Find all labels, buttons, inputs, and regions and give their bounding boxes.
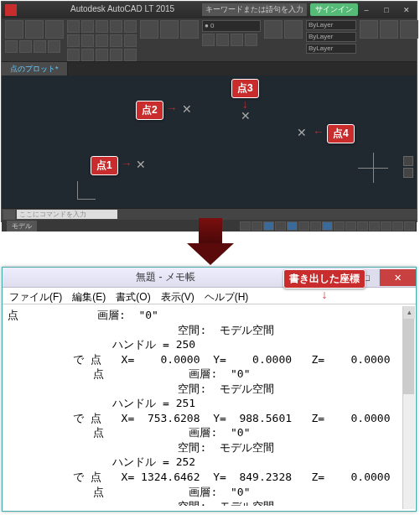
nav-btn[interactable] [403,168,413,178]
ribbon-btn[interactable] [81,34,94,47]
notepad-title: 無題 - メモ帳 [3,270,329,284]
ribbon-btn[interactable] [400,20,418,39]
ribbon-btn[interactable] [19,40,32,53]
close-button[interactable]: ✕ [397,3,417,18]
status-toggle[interactable] [334,221,345,231]
maximize-button[interactable]: □ [376,3,397,18]
search-hint[interactable]: キーワードまたは語句を入力 [202,3,307,16]
model-tab[interactable]: モデル [7,221,37,231]
ribbon-btn[interactable] [25,20,44,39]
callout-point4: 点4 [327,124,355,143]
acad-logo-icon [5,4,17,16]
ucs-icon [77,174,102,200]
point-marker-1 [136,158,146,171]
ribbon-btn[interactable] [284,20,303,39]
ribbon-btn[interactable] [5,20,23,39]
point-marker-3 [241,109,251,122]
lweight-bylayer[interactable]: ByLayer [306,44,356,54]
menu-view[interactable]: 表示(V) [161,290,194,301]
file-tab[interactable]: 点のプロット* [2,62,68,75]
color-bylayer[interactable]: ByLayer [306,20,356,30]
menu-help[interactable]: ヘルプ(H) [205,290,249,301]
ribbon-btn[interactable] [96,49,108,61]
status-toggle[interactable] [251,221,262,231]
ribbon-btn[interactable] [124,34,137,47]
notepad-window: 無題 - メモ帳 — □ ✕ 書き出した座標 ファイル(F) 編集(E) 書式(… [2,267,417,512]
minimize-button[interactable]: – [356,3,376,18]
ribbon-btn[interactable] [124,20,137,33]
command-input[interactable]: ここにコマンドを入力 [17,210,117,219]
ribbon-btn[interactable] [5,40,18,53]
notepad-titlebar: 無題 - メモ帳 — □ ✕ 書き出した座標 [3,268,416,288]
status-toggle[interactable] [345,221,356,231]
ribbon-btn[interactable] [110,34,122,47]
notepad-menubar: ファイル(F) 編集(E) 書式(O) 表示(V) ヘルプ(H) [3,288,416,304]
status-toggle[interactable] [287,221,298,231]
ribbon-btn[interactable] [34,40,46,53]
ribbon-btn[interactable] [202,34,215,46]
ribbon-btn[interactable] [81,20,94,33]
ltype-bylayer[interactable]: ByLayer [306,32,356,42]
ribbon-btn[interactable] [96,20,108,33]
callout-point3: 点3 [231,79,259,98]
autocad-window: Autodesk AutoCAD LT 2015 点のプロット.dwg キーワー… [1,1,417,222]
acad-titlebar: Autodesk AutoCAD LT 2015 点のプロット.dwg キーワー… [2,2,417,18]
status-toggle[interactable] [275,221,286,231]
ribbon-btn[interactable] [360,20,378,39]
layer-selector[interactable]: ● 0 [202,20,261,32]
notepad-textarea[interactable]: 点 画層: "0" 空間: モデル空間 ハンドル = 250 で 点 X= 0.… [3,304,416,506]
drawing-canvas[interactable]: 点3 点2 点4 点1 [2,75,417,208]
ribbon-btn[interactable] [245,34,257,46]
callout-point1: 点1 [91,156,118,175]
callout-point2: 点2 [136,101,163,120]
np-close-button[interactable]: ✕ [379,269,416,286]
block-tool-icon[interactable] [264,20,283,39]
scroll-thumb[interactable] [403,319,414,394]
ribbon-btn[interactable] [67,49,80,61]
ribbon-btn[interactable] [124,49,137,61]
ribbon-btn[interactable] [48,40,60,53]
status-toggle[interactable] [369,221,380,231]
status-toggle[interactable] [392,221,403,231]
ribbon-btn[interactable] [380,20,398,39]
status-toggle[interactable] [322,221,333,231]
ribbon: ● 0 ByLayer ByLayer ByLayer [2,18,417,62]
text-tool-icon[interactable] [140,20,158,39]
status-toggle[interactable] [357,221,368,231]
point-marker-4 [297,126,307,139]
status-toggle[interactable] [240,221,251,231]
app-title: Autodesk AutoCAD LT 2015 [70,4,174,16]
ribbon-btn[interactable] [110,49,122,61]
cmd-icon [3,210,15,220]
status-toggle[interactable] [381,221,391,231]
table-tool-icon[interactable] [180,20,199,39]
signin-button[interactable]: サインイン [310,3,358,16]
flow-arrow-icon [187,218,234,265]
status-toggle[interactable] [263,221,274,231]
status-toggle[interactable] [310,221,321,231]
callout-exported-coords: 書き出した座標 [283,269,366,289]
status-toggle[interactable] [298,221,309,231]
ribbon-btn[interactable] [216,34,229,46]
ribbon-btn[interactable] [67,34,80,47]
dimension-tool-icon[interactable] [160,20,179,39]
menu-file[interactable]: ファイル(F) [9,290,62,301]
scroll-up-icon[interactable]: ▴ [403,306,415,319]
ribbon-btn[interactable] [110,20,122,33]
status-toggle[interactable] [404,221,415,231]
view-nav [403,156,415,198]
crosshair-cursor-icon [358,153,388,183]
point-marker-2 [182,102,192,116]
ribbon-btn[interactable] [231,34,243,46]
ribbon-btn[interactable] [96,34,108,47]
menu-edit[interactable]: 編集(E) [72,290,106,301]
ribbon-btn[interactable] [81,49,94,61]
nav-btn[interactable] [403,156,413,166]
ribbon-btn[interactable] [45,20,64,39]
scrollbar-vertical[interactable]: ▴ [402,306,415,509]
file-tab-strip: 点のプロット* [2,62,417,75]
menu-format[interactable]: 書式(O) [116,290,150,301]
ribbon-btn[interactable] [67,20,80,33]
